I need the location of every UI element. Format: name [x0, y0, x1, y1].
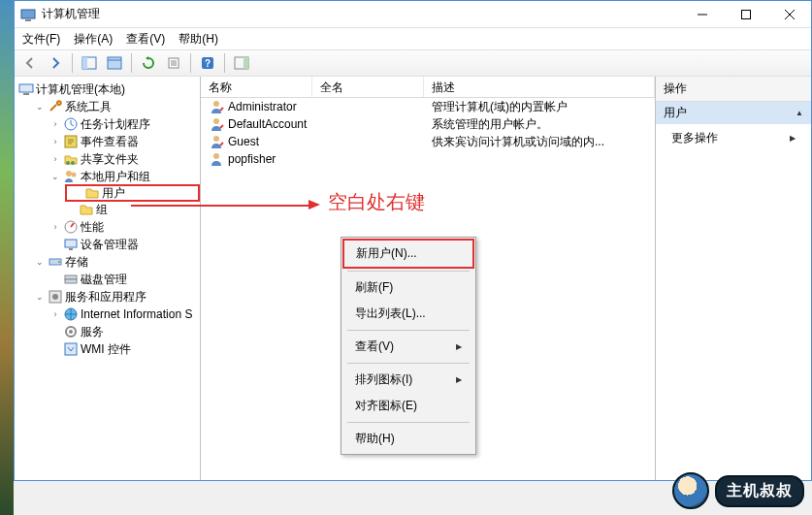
- tree-storage[interactable]: ⌄存储: [34, 253, 200, 271]
- tree-event-viewer[interactable]: ›事件查看器: [49, 133, 200, 150]
- app-icon: [20, 7, 36, 22]
- svg-rect-0: [21, 10, 35, 18]
- svg-rect-14: [244, 57, 248, 69]
- list-row[interactable]: Guest 供来宾访问计算机或访问域的内...: [201, 133, 655, 150]
- list-row[interactable]: DefaultAccount 系统管理的用户帐户。: [201, 115, 655, 133]
- tree-root[interactable]: 计算机管理(本地): [18, 80, 200, 98]
- ctx-view[interactable]: 查看(V)▶: [343, 334, 473, 360]
- storage-icon: [48, 254, 63, 270]
- export-button[interactable]: [162, 52, 185, 74]
- minimize-button[interactable]: [680, 1, 724, 28]
- list-row[interactable]: Administrator 管理计算机(域)的内置帐户: [201, 98, 655, 115]
- svg-point-38: [213, 136, 219, 142]
- svg-point-21: [66, 171, 72, 177]
- submenu-arrow-icon: ▶: [456, 375, 462, 384]
- tree-pane[interactable]: 计算机管理(本地) ⌄ 系统工具 ›任务计划程序 ›事件查看器: [15, 77, 201, 480]
- collapse-icon[interactable]: ⌄: [34, 102, 46, 112]
- ctx-new-user[interactable]: 新用户(N)...: [342, 239, 474, 269]
- tree-iis[interactable]: ›Internet Information S: [49, 306, 200, 323]
- ctx-help[interactable]: 帮助(H): [343, 426, 473, 452]
- maximize-button[interactable]: [724, 1, 767, 28]
- col-fullname[interactable]: 全名: [312, 77, 424, 97]
- collapse-icon[interactable]: ⌄: [34, 292, 46, 302]
- list-pane[interactable]: 名称 全名 描述 Administrator 管理计算机(域)的内置帐户 Def…: [201, 77, 656, 480]
- forward-button[interactable]: [44, 52, 67, 74]
- user-icon: [209, 151, 224, 167]
- tree-system-tools[interactable]: ⌄ 系统工具: [34, 98, 200, 115]
- tree-users[interactable]: 用户: [65, 184, 200, 202]
- menu-action[interactable]: 操作(A): [74, 31, 113, 48]
- expand-icon[interactable]: ›: [49, 154, 61, 164]
- wmi-icon: [63, 341, 79, 357]
- expand-icon[interactable]: ›: [49, 222, 61, 232]
- refresh-button[interactable]: [137, 52, 160, 74]
- svg-rect-29: [65, 279, 77, 283]
- titlebar[interactable]: 计算机管理: [15, 1, 811, 28]
- actions-more[interactable]: 更多操作 ▶: [656, 124, 811, 152]
- tree-services[interactable]: 服务: [49, 323, 200, 340]
- svg-rect-15: [19, 84, 33, 92]
- tree-device-manager[interactable]: 设备管理器: [49, 236, 200, 253]
- ctx-arrange[interactable]: 排列图标(I)▶: [343, 367, 473, 393]
- list-row[interactable]: popfisher: [201, 150, 655, 168]
- tree-wmi[interactable]: WMI 控件: [49, 340, 200, 358]
- svg-rect-24: [65, 240, 77, 247]
- svg-point-37: [213, 118, 219, 124]
- show-hide-tree-button[interactable]: [78, 52, 101, 74]
- event-icon: [63, 134, 79, 149]
- close-button[interactable]: [767, 1, 811, 28]
- action-pane-button[interactable]: [230, 52, 253, 74]
- user-icon: [209, 116, 224, 132]
- svg-rect-8: [108, 57, 121, 69]
- separator: [131, 53, 132, 73]
- tree-shared-folders[interactable]: ›共享文件夹: [49, 150, 200, 168]
- clock-icon: [63, 116, 79, 132]
- disk-icon: [63, 272, 79, 287]
- list-body[interactable]: Administrator 管理计算机(域)的内置帐户 DefaultAccou…: [201, 98, 655, 480]
- tree-task-scheduler[interactable]: ›任务计划程序: [49, 115, 200, 133]
- properties-button[interactable]: [103, 52, 126, 74]
- ctx-export[interactable]: 导出列表(L)...: [343, 301, 473, 327]
- svg-rect-28: [65, 275, 77, 279]
- tree-local-users-groups[interactable]: ⌄本地用户和组: [49, 168, 200, 185]
- collapse-icon[interactable]: ⌄: [49, 172, 61, 181]
- collapse-icon[interactable]: ⌄: [34, 257, 46, 267]
- svg-point-27: [58, 261, 60, 263]
- col-desc[interactable]: 描述: [424, 77, 655, 97]
- expand-icon[interactable]: ›: [49, 137, 61, 146]
- tree-disk-management[interactable]: 磁盘管理: [49, 271, 200, 288]
- separator: [190, 53, 191, 73]
- tree-services-apps[interactable]: ⌄服务和应用程序: [34, 288, 200, 306]
- col-name[interactable]: 名称: [201, 77, 312, 97]
- svg-rect-16: [23, 93, 29, 95]
- help-button[interactable]: ?: [196, 52, 219, 74]
- ctx-separator: [347, 271, 470, 272]
- back-button[interactable]: [18, 52, 42, 74]
- svg-point-20: [71, 161, 75, 165]
- ctx-separator: [347, 422, 470, 423]
- submenu-arrow-icon: ▶: [790, 134, 796, 143]
- computer-management-window: 计算机管理 文件(F) 操作(A) 查看(V) 帮助(H) ?: [14, 0, 812, 481]
- window-title: 计算机管理: [42, 6, 100, 22]
- shared-folder-icon: [63, 151, 79, 167]
- svg-point-22: [72, 173, 77, 177]
- menu-file[interactable]: 文件(F): [22, 31, 60, 48]
- watermark: 主机叔叔: [672, 472, 804, 509]
- expand-icon[interactable]: ›: [49, 309, 61, 319]
- expand-icon[interactable]: ›: [49, 119, 61, 129]
- tree-groups[interactable]: 组: [65, 201, 200, 218]
- ctx-refresh[interactable]: 刷新(F): [343, 274, 473, 301]
- actions-scope[interactable]: 用户 ▲: [656, 102, 811, 124]
- svg-point-19: [66, 161, 70, 165]
- tree-performance[interactable]: ›性能: [49, 218, 200, 236]
- menu-view[interactable]: 查看(V): [126, 31, 165, 48]
- ctx-align[interactable]: 对齐图标(E): [343, 393, 473, 419]
- folder-icon: [84, 185, 100, 201]
- actions-pane: 操作 用户 ▲ 更多操作 ▶: [656, 77, 811, 480]
- watermark-text: 主机叔叔: [715, 475, 804, 507]
- menu-help[interactable]: 帮助(H): [179, 31, 218, 48]
- svg-rect-7: [82, 57, 87, 69]
- body: 计算机管理(本地) ⌄ 系统工具 ›任务计划程序 ›事件查看器: [15, 77, 811, 480]
- actions-header: 操作: [656, 77, 811, 102]
- menubar: 文件(F) 操作(A) 查看(V) 帮助(H): [15, 28, 811, 49]
